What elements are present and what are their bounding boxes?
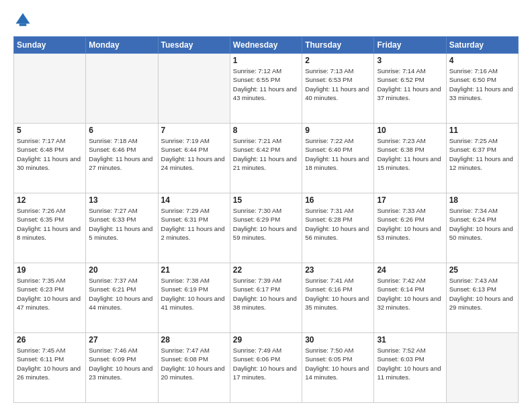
- calendar-cell: [158, 54, 230, 124]
- day-number: 6: [89, 126, 154, 135]
- calendar-cell: 22Sunrise: 7:39 AM Sunset: 6:17 PM Dayli…: [230, 263, 302, 333]
- day-number: 15: [233, 195, 299, 205]
- calendar-cell: 30Sunrise: 7:50 AM Sunset: 6:05 PM Dayli…: [302, 333, 374, 403]
- calendar-cell: 11Sunrise: 7:25 AM Sunset: 6:37 PM Dayli…: [446, 124, 518, 193]
- day-info: Sunrise: 7:16 AM Sunset: 6:50 PM Dayligh…: [449, 66, 515, 102]
- day-number: 23: [305, 265, 371, 275]
- day-number: 16: [305, 195, 371, 205]
- day-number: 10: [377, 126, 443, 135]
- day-info: Sunrise: 7:46 AM Sunset: 6:09 PM Dayligh…: [89, 346, 154, 381]
- logo-icon: [13, 11, 32, 30]
- calendar-cell: [446, 333, 518, 403]
- day-header-tuesday: Tuesday: [158, 37, 230, 54]
- day-info: Sunrise: 7:52 AM Sunset: 6:03 PM Dayligh…: [377, 346, 443, 381]
- calendar-cell: 6Sunrise: 7:18 AM Sunset: 6:46 PM Daylig…: [86, 124, 158, 193]
- day-number: 27: [89, 335, 154, 345]
- page: SundayMondayTuesdayWednesdayThursdayFrid…: [0, 0, 532, 411]
- day-number: 17: [377, 195, 443, 205]
- day-number: 25: [449, 265, 515, 275]
- day-info: Sunrise: 7:47 AM Sunset: 6:08 PM Dayligh…: [161, 346, 227, 381]
- calendar-cell: 4Sunrise: 7:16 AM Sunset: 6:50 PM Daylig…: [446, 54, 518, 124]
- day-header-thursday: Thursday: [302, 37, 374, 54]
- calendar-cell: 28Sunrise: 7:47 AM Sunset: 6:08 PM Dayli…: [158, 333, 230, 403]
- day-header-friday: Friday: [374, 37, 446, 54]
- calendar-cell: 14Sunrise: 7:29 AM Sunset: 6:31 PM Dayli…: [158, 193, 230, 263]
- calendar-cell: 10Sunrise: 7:23 AM Sunset: 6:38 PM Dayli…: [374, 124, 446, 193]
- calendar-cell: 17Sunrise: 7:33 AM Sunset: 6:26 PM Dayli…: [374, 193, 446, 263]
- calendar-cell: 15Sunrise: 7:30 AM Sunset: 6:29 PM Dayli…: [230, 193, 302, 263]
- day-header-monday: Monday: [86, 37, 158, 54]
- day-info: Sunrise: 7:35 AM Sunset: 6:23 PM Dayligh…: [17, 276, 83, 312]
- day-info: Sunrise: 7:39 AM Sunset: 6:17 PM Dayligh…: [233, 276, 299, 312]
- day-info: Sunrise: 7:21 AM Sunset: 6:42 PM Dayligh…: [233, 136, 299, 172]
- day-number: 30: [305, 335, 371, 345]
- calendar-cell: 13Sunrise: 7:27 AM Sunset: 6:33 PM Dayli…: [86, 193, 158, 263]
- calendar-cell: 20Sunrise: 7:37 AM Sunset: 6:21 PM Dayli…: [86, 263, 158, 333]
- calendar-cell: 27Sunrise: 7:46 AM Sunset: 6:09 PM Dayli…: [86, 333, 158, 403]
- day-number: 2: [305, 56, 371, 65]
- day-number: 22: [233, 265, 299, 275]
- calendar-cell: 12Sunrise: 7:26 AM Sunset: 6:35 PM Dayli…: [14, 193, 86, 263]
- day-header-saturday: Saturday: [446, 37, 518, 54]
- day-info: Sunrise: 7:42 AM Sunset: 6:14 PM Dayligh…: [377, 276, 443, 312]
- day-number: 8: [233, 126, 299, 135]
- calendar-cell: 24Sunrise: 7:42 AM Sunset: 6:14 PM Dayli…: [374, 263, 446, 333]
- calendar-cell: 1Sunrise: 7:12 AM Sunset: 6:55 PM Daylig…: [230, 54, 302, 124]
- day-number: 20: [89, 265, 154, 275]
- calendar-cell: 26Sunrise: 7:45 AM Sunset: 6:11 PM Dayli…: [14, 333, 86, 403]
- day-number: 29: [233, 335, 299, 345]
- calendar-week-3: 12Sunrise: 7:26 AM Sunset: 6:35 PM Dayli…: [14, 193, 519, 263]
- day-info: Sunrise: 7:12 AM Sunset: 6:55 PM Dayligh…: [233, 66, 299, 102]
- calendar-cell: 25Sunrise: 7:43 AM Sunset: 6:13 PM Dayli…: [446, 263, 518, 333]
- day-number: 5: [17, 126, 83, 135]
- day-number: 21: [161, 265, 227, 275]
- day-info: Sunrise: 7:17 AM Sunset: 6:48 PM Dayligh…: [17, 136, 83, 172]
- calendar-week-2: 5Sunrise: 7:17 AM Sunset: 6:48 PM Daylig…: [14, 124, 519, 193]
- day-info: Sunrise: 7:38 AM Sunset: 6:19 PM Dayligh…: [161, 276, 227, 312]
- day-number: 11: [449, 126, 515, 135]
- day-info: Sunrise: 7:19 AM Sunset: 6:44 PM Dayligh…: [161, 136, 227, 172]
- day-number: 18: [449, 195, 515, 205]
- day-info: Sunrise: 7:45 AM Sunset: 6:11 PM Dayligh…: [17, 346, 83, 381]
- day-info: Sunrise: 7:50 AM Sunset: 6:05 PM Dayligh…: [305, 346, 371, 381]
- day-number: 14: [161, 195, 227, 205]
- day-number: 12: [17, 195, 83, 205]
- day-info: Sunrise: 7:41 AM Sunset: 6:16 PM Dayligh…: [305, 276, 371, 312]
- day-info: Sunrise: 7:37 AM Sunset: 6:21 PM Dayligh…: [89, 276, 154, 312]
- calendar-cell: 19Sunrise: 7:35 AM Sunset: 6:23 PM Dayli…: [14, 263, 86, 333]
- calendar-table: SundayMondayTuesdayWednesdayThursdayFrid…: [13, 36, 519, 403]
- calendar-cell: 29Sunrise: 7:49 AM Sunset: 6:06 PM Dayli…: [230, 333, 302, 403]
- calendar-cell: 23Sunrise: 7:41 AM Sunset: 6:16 PM Dayli…: [302, 263, 374, 333]
- day-number: 19: [17, 265, 83, 275]
- day-header-sunday: Sunday: [14, 37, 86, 54]
- calendar-cell: 5Sunrise: 7:17 AM Sunset: 6:48 PM Daylig…: [14, 124, 86, 193]
- day-info: Sunrise: 7:43 AM Sunset: 6:13 PM Dayligh…: [449, 276, 515, 312]
- calendar-cell: 18Sunrise: 7:34 AM Sunset: 6:24 PM Dayli…: [446, 193, 518, 263]
- day-info: Sunrise: 7:26 AM Sunset: 6:35 PM Dayligh…: [17, 206, 83, 242]
- day-number: 3: [377, 56, 443, 65]
- calendar-cell: 16Sunrise: 7:31 AM Sunset: 6:28 PM Dayli…: [302, 193, 374, 263]
- day-info: Sunrise: 7:49 AM Sunset: 6:06 PM Dayligh…: [233, 346, 299, 381]
- calendar-cell: [14, 54, 86, 124]
- day-number: 26: [17, 335, 83, 345]
- calendar-cell: 7Sunrise: 7:19 AM Sunset: 6:44 PM Daylig…: [158, 124, 230, 193]
- day-info: Sunrise: 7:22 AM Sunset: 6:40 PM Dayligh…: [305, 136, 371, 172]
- day-number: 7: [161, 126, 227, 135]
- day-number: 24: [377, 265, 443, 275]
- svg-rect-1: [19, 24, 27, 26]
- day-number: 1: [233, 56, 299, 65]
- day-info: Sunrise: 7:31 AM Sunset: 6:28 PM Dayligh…: [305, 206, 371, 242]
- day-number: 28: [161, 335, 227, 345]
- day-info: Sunrise: 7:13 AM Sunset: 6:53 PM Dayligh…: [305, 66, 371, 102]
- day-info: Sunrise: 7:27 AM Sunset: 6:33 PM Dayligh…: [89, 206, 154, 242]
- day-number: 13: [89, 195, 154, 205]
- calendar-cell: 21Sunrise: 7:38 AM Sunset: 6:19 PM Dayli…: [158, 263, 230, 333]
- day-info: Sunrise: 7:34 AM Sunset: 6:24 PM Dayligh…: [449, 206, 515, 242]
- calendar-cell: 8Sunrise: 7:21 AM Sunset: 6:42 PM Daylig…: [230, 124, 302, 193]
- day-info: Sunrise: 7:30 AM Sunset: 6:29 PM Dayligh…: [233, 206, 299, 242]
- calendar-cell: 3Sunrise: 7:14 AM Sunset: 6:52 PM Daylig…: [374, 54, 446, 124]
- day-info: Sunrise: 7:14 AM Sunset: 6:52 PM Dayligh…: [377, 66, 443, 102]
- day-info: Sunrise: 7:23 AM Sunset: 6:38 PM Dayligh…: [377, 136, 443, 172]
- day-info: Sunrise: 7:29 AM Sunset: 6:31 PM Dayligh…: [161, 206, 227, 242]
- svg-marker-0: [16, 13, 30, 24]
